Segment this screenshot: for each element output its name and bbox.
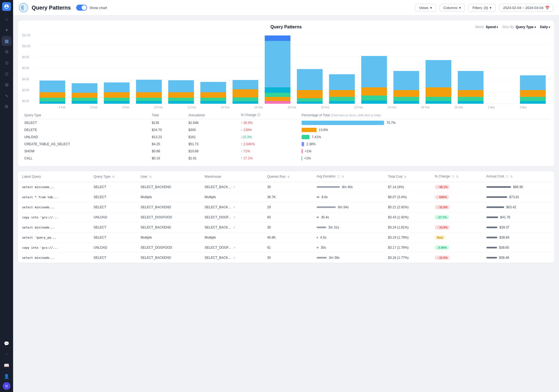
annual-cost-cell: $73.81 (482, 192, 554, 202)
col-total-cost[interactable]: Total Cost ⇅ (384, 171, 430, 182)
external-link-icon[interactable]: ↗ (233, 226, 235, 229)
summary-row[interactable]: SELECT $135 $1.64K ↑ 30.9% 75.7% (22, 119, 550, 127)
sidebar-item-layers[interactable]: ⧉ (2, 47, 11, 57)
svg-rect-43 (297, 90, 323, 98)
summary-type: DELETE (22, 126, 150, 133)
svg-rect-19 (104, 101, 129, 104)
query-type-cell: SELECT (89, 253, 136, 263)
annual-cost-label: $63.42 (506, 205, 516, 209)
query-type-cell: UNLOAD (89, 212, 136, 222)
summary-total: $135 (150, 119, 186, 127)
user-cell: SELECT_DOGFOOD (136, 243, 200, 253)
sidebar-item-db[interactable]: ⊙ (2, 58, 11, 68)
sidebar-item-home[interactable]: ⌂ (2, 14, 11, 24)
summary-total: $24.70 (150, 126, 186, 133)
col-avg-duration[interactable]: Avg Duration ⓘ ⇅ (312, 171, 384, 182)
svg-rect-17 (104, 92, 129, 98)
table-row[interactable]: select min(node... SELECT SELECT_BACKEND… (18, 222, 554, 233)
table-row[interactable]: select min(node... SELECT SELECT_BACKEND… (18, 253, 554, 263)
summary-pct: 2.38% (299, 141, 550, 148)
external-link-icon[interactable]: ↗ (233, 186, 235, 189)
svg-rect-23 (136, 101, 162, 104)
annual-bar-fill (486, 196, 507, 198)
query-type-cell: SELECT (89, 202, 136, 212)
pct-label: <1% (304, 156, 311, 160)
svg-rect-30 (200, 98, 226, 101)
table-row[interactable]: select * from tab... SELECT Multiple Mul… (18, 192, 554, 202)
sidebar-item-star[interactable]: ✦ (2, 25, 11, 35)
sidebar-item-upload[interactable]: ↑ (2, 349, 11, 359)
summary-annualized: $161 (186, 133, 239, 141)
summary-row[interactable]: CALL $0.16 $1.91 ↑ 17.1% <1% (22, 155, 550, 162)
col-user[interactable]: User ⇅ (136, 171, 200, 182)
summary-row[interactable]: SHOW $0.88 $10.68 ↑ 71% <1% (22, 148, 550, 155)
external-link-icon[interactable]: ↗ (233, 216, 235, 219)
summary-annualized: $51.73 (186, 141, 239, 148)
summary-pct: 75.7% (299, 119, 550, 127)
period-selector[interactable]: Daily (540, 25, 550, 29)
chevron-down-icon: ▾ (430, 6, 432, 10)
external-link-icon[interactable]: ↗ (233, 206, 235, 209)
sidebar-item-settings[interactable]: ⚙ (2, 102, 11, 111)
columns-button[interactable]: Columns ▾ (439, 4, 465, 12)
external-link-icon[interactable]: ↗ (233, 246, 235, 249)
annual-bar-fill (486, 257, 497, 259)
info-icon-pct-change[interactable]: ⓘ (452, 175, 454, 178)
sort-icon-queries-run: ⇅ (287, 175, 290, 178)
table-row[interactable]: select min(node... SELECT SELECT_BACKEND… (18, 182, 554, 192)
summary-change: ↑ 138% (239, 126, 299, 133)
change-up-icon: ↑ 2.64K% (241, 142, 255, 146)
table-row[interactable]: select min(node... SELECT SELECT_BACKEND… (18, 202, 554, 212)
date-range-picker[interactable]: 2024-02-04 ~ 2024-03-04 📅 (499, 4, 554, 12)
pct-bar[interactable] (302, 135, 310, 139)
sidebar-item-users[interactable]: 👤 (2, 371, 11, 381)
col-annual-cost[interactable]: Annual Cost ⓘ ⇅ (482, 171, 554, 182)
show-chart-toggle[interactable]: Show chart (76, 5, 107, 11)
pct-bar[interactable] (302, 128, 317, 132)
pct-bar[interactable] (302, 142, 304, 146)
metric-selector[interactable]: Spend (486, 25, 498, 29)
svg-rect-18 (104, 98, 129, 101)
summary-pct: 13.8% (299, 126, 550, 133)
summary-row[interactable]: CREATE_TABLE_AS_SELECT $4.25 $51.73 ↑ 2.… (22, 141, 550, 148)
pct-bar[interactable] (302, 121, 384, 125)
svg-rect-59 (426, 87, 451, 97)
sidebar-item-clock[interactable]: ◷ (2, 69, 11, 79)
chart-toggle-switch[interactable] (76, 5, 87, 11)
views-button[interactable]: Views ▾ (415, 4, 436, 12)
pct-bar[interactable] (302, 156, 302, 161)
query-type-cell: SELECT (89, 182, 136, 192)
annual-cost-cell: $38.84 (482, 233, 554, 243)
total-cost-cell: $3.24 (1.81%) (384, 222, 430, 233)
sidebar-item-book[interactable]: 📖 (2, 360, 11, 370)
sidebar-item-chat[interactable]: 💬 (2, 338, 11, 348)
col-pct-change[interactable]: % Change ⓘ ⇅ (430, 171, 482, 182)
svg-rect-39 (265, 93, 290, 97)
duration-label: 6m 54s (338, 205, 349, 209)
total-cost-cell: $6.07 (3.4%) (384, 192, 430, 202)
duration-label: 3m 38s (329, 256, 340, 260)
warehouse-cell: SELECT_BACK... ↗ (200, 222, 263, 233)
table-row[interactable]: copy into 'gcs://... UNLOAD SELECT_DOGFO… (18, 212, 554, 222)
col-queries-run[interactable]: Queries Run ⇅ (263, 171, 312, 182)
summary-total: $4.25 (150, 141, 186, 148)
table-row[interactable]: select 'query_pa... SELECT Multiple Mult… (18, 233, 554, 243)
summary-row[interactable]: UNLOAD $13.23 $161 ↓15.3% 7.41% (22, 133, 550, 141)
warehouse-cell: SELECT_DOGF... ↗ (200, 243, 263, 253)
svg-rect-9 (40, 92, 65, 98)
col-query-type[interactable]: Query Type ⇅ (89, 171, 136, 182)
external-link-icon[interactable]: ↗ (233, 256, 235, 259)
summary-row[interactable]: DELETE $24.70 $300 ↑ 138% 13.8% (22, 126, 550, 133)
slice-by-selector[interactable]: Query Type (516, 25, 536, 29)
sidebar-item-table[interactable]: ⊞ (2, 80, 11, 90)
info-icon-avg-duration[interactable]: ⓘ (337, 175, 340, 178)
pct-bar[interactable] (302, 149, 303, 153)
sidebar-item-grid[interactable]: ▦ (2, 36, 11, 46)
sidebar-item-pulse[interactable]: ∿ (2, 91, 11, 100)
x-label-1: 6 Feb (90, 106, 97, 109)
svg-rect-65 (458, 101, 483, 104)
table-row[interactable]: copy into 'gcs://... UNLOAD SELECT_DOGFO… (18, 243, 554, 253)
filters-button[interactable]: Filters (0) ▾ (468, 4, 496, 12)
info-icon-annual-cost[interactable]: ⓘ (506, 175, 509, 178)
query-text: select min(node... (22, 256, 55, 260)
